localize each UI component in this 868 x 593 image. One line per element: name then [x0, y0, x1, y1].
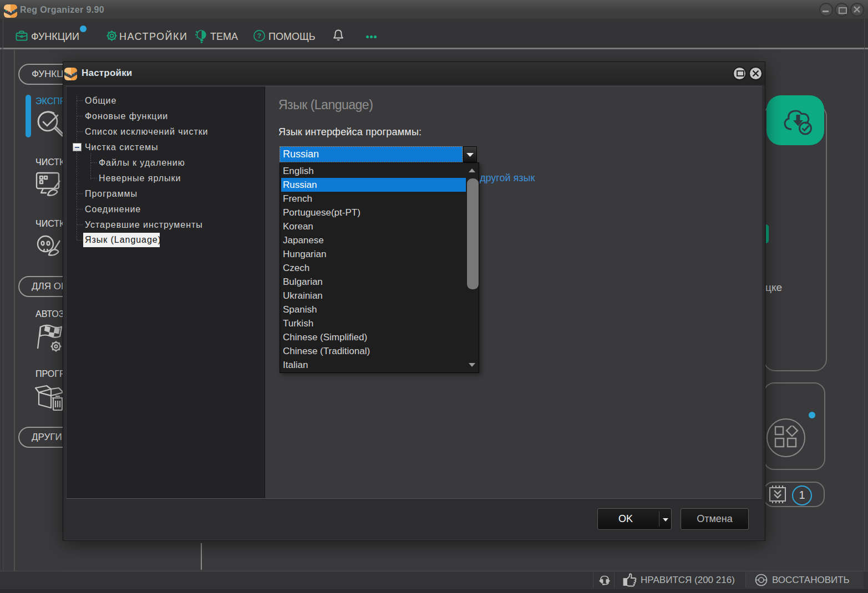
svg-text:?: ? [257, 32, 262, 40]
